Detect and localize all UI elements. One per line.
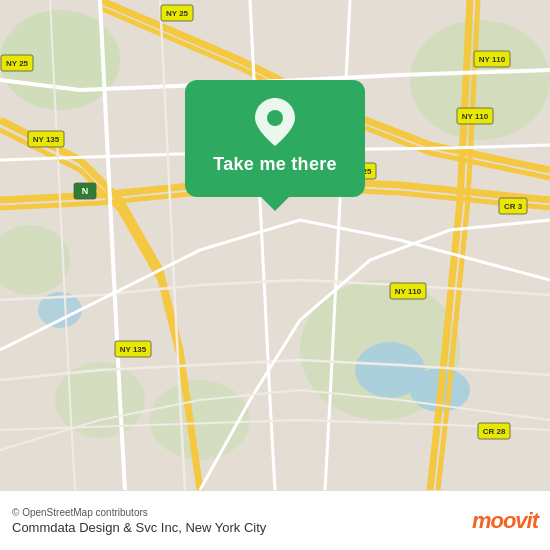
svg-text:NY 110: NY 110 [479, 55, 506, 64]
svg-text:NY 110: NY 110 [395, 287, 422, 296]
location-name: Commdata Design & Svc Inc, New York City [12, 520, 266, 535]
svg-text:NY 25: NY 25 [166, 9, 189, 18]
svg-point-34 [267, 110, 283, 126]
svg-text:N: N [82, 186, 89, 196]
svg-text:NY 135: NY 135 [33, 135, 60, 144]
svg-point-5 [150, 380, 250, 460]
svg-text:NY 110: NY 110 [462, 112, 489, 121]
bottom-bar: © OpenStreetMap contributors Commdata De… [0, 490, 550, 550]
map-container: NY 25 NY 25 NY 135 NY 135 N N NY 110 NY … [0, 0, 550, 490]
moovit-brand-text: moovit [472, 508, 538, 534]
svg-text:NY 25: NY 25 [6, 59, 29, 68]
popup-card: Take me there [185, 80, 365, 197]
moovit-logo: moovit [472, 508, 538, 534]
location-info: © OpenStreetMap contributors Commdata De… [12, 507, 266, 535]
svg-text:CR 3: CR 3 [504, 202, 523, 211]
svg-text:CR 28: CR 28 [483, 427, 506, 436]
svg-text:NY 135: NY 135 [120, 345, 147, 354]
map-attribution: © OpenStreetMap contributors [12, 507, 266, 518]
location-pin-icon [255, 98, 295, 146]
take-me-there-button[interactable]: Take me there [213, 154, 337, 175]
